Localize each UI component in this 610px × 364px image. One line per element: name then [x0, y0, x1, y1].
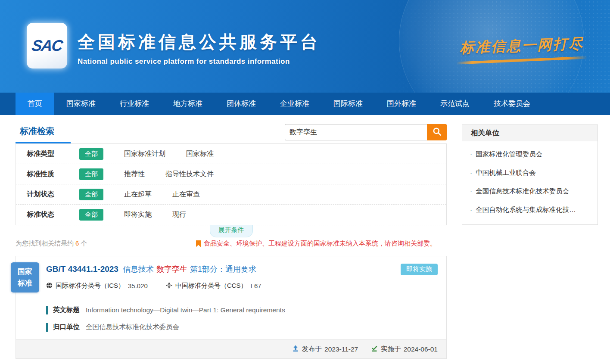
- content: 标准检索: [0, 115, 610, 359]
- results-meta-row: 为您找到相关结果约6个 食品安全、环境保护、工程建设方面的国家标准未纳入本系统，…: [16, 240, 447, 248]
- expand-conditions-button[interactable]: 展开条件: [210, 225, 253, 237]
- standard-title-part2: 第1部分：通用要求: [190, 265, 256, 274]
- filter-label: 计划状态: [27, 190, 68, 199]
- badge-line1: 国家: [18, 266, 32, 277]
- main-column: 标准检索: [16, 115, 447, 359]
- search-tab-label: 标准检索: [16, 125, 71, 137]
- nav-item-technical-committee[interactable]: 技术委员会: [482, 93, 542, 115]
- slogan-text: 标准信息一网打尽: [456, 34, 588, 58]
- upload-icon: [292, 345, 302, 354]
- tab-standard-search[interactable]: 标准检索: [16, 125, 71, 137]
- standard-result-card: 国家 标准 GB/T 43441.1-2023信息技术数字孪生第1部分：通用要求…: [16, 256, 447, 359]
- ics-classification: 国际标准分类号（ICS） 35.020: [46, 282, 148, 290]
- site-subtitle: National public service platform for sta…: [78, 57, 321, 66]
- implement-label: 实施于: [381, 345, 401, 354]
- teal-bar-decoration: [46, 323, 48, 332]
- filter-row-plan-status: 计划状态 全部 正在起草 正在审查: [16, 184, 446, 205]
- standard-title-link[interactable]: GB/T 43441.1-2023信息技术数字孪生第1部分：通用要求: [46, 264, 256, 275]
- slogan: 标准信息一网打尽: [456, 36, 588, 62]
- nav-item-industry-standards[interactable]: 行业标准: [108, 93, 161, 115]
- filter-all-button[interactable]: 全部: [79, 148, 103, 160]
- related-units-title: 相关单位: [462, 125, 598, 141]
- teal-bar-decoration: [46, 306, 48, 314]
- filter-label: 标准性质: [27, 170, 68, 179]
- filter-option[interactable]: 推荐性: [124, 170, 145, 179]
- classification-row: 国际标准分类号（ICS） 35.020 中国标准分类号（CCS）: [46, 282, 438, 290]
- search-input[interactable]: [285, 124, 427, 140]
- filter-row-standard-nature: 标准性质 全部 推荐性 指导性技术文件: [16, 164, 446, 184]
- sac-logo-text: SAC: [31, 37, 63, 55]
- search-button[interactable]: [427, 124, 447, 140]
- result-count-suffix: 个: [81, 240, 87, 247]
- filter-all-button[interactable]: 全部: [79, 189, 103, 200]
- globe-icon: [46, 282, 56, 290]
- card-title-row: GB/T 43441.1-2023信息技术数字孪生第1部分：通用要求 即将实施: [46, 264, 438, 275]
- compass-icon: [166, 282, 175, 290]
- filter-option[interactable]: 国家标准: [186, 149, 214, 159]
- responsible-unit-row: 归口单位 全国信息技术标准化技术委员会: [46, 323, 438, 332]
- status-badge: 即将实施: [401, 264, 438, 275]
- filter-option[interactable]: 正在审查: [172, 190, 200, 199]
- publish-date: 发布于 2023-11-27: [292, 345, 358, 354]
- filter-label: 标准类型: [27, 149, 68, 159]
- standard-code: GB/T 43441.1-2023: [46, 264, 118, 274]
- filter-label: 标准状态: [27, 210, 68, 219]
- result-count: 为您找到相关结果约6个: [16, 240, 87, 248]
- english-title-row: 英文标题 Information technology—Digital twin…: [46, 305, 438, 314]
- nav-item-group-standards[interactable]: 团体标准: [215, 93, 268, 115]
- main-nav: 首页 国家标准 行业标准 地方标准 团体标准 企业标准 国际标准 国外标准 示范…: [0, 93, 610, 115]
- related-unit-link[interactable]: 全国自动化系统与集成标准化技…: [469, 201, 591, 219]
- ccs-label: 中国标准分类号（CCS）: [175, 282, 247, 290]
- site-title: 全国标准信息公共服务平台: [78, 30, 321, 54]
- nav-item-international-standards[interactable]: 国际标准: [321, 93, 375, 115]
- nav-item-pilot[interactable]: 示范试点: [428, 93, 482, 115]
- filter-row-standard-type: 标准类型 全部 国家标准计划 国家标准: [16, 144, 446, 164]
- related-unit-link[interactable]: 国家标准化管理委员会: [469, 145, 591, 164]
- filter-panel: 标准类型 全部 国家标准计划 国家标准 标准性质 全部 推荐性 指导性技术文件 …: [16, 143, 447, 225]
- english-title-label: 英文标题: [53, 305, 80, 314]
- filter-option[interactable]: 国家标准计划: [124, 149, 165, 159]
- related-units-list: 国家标准化管理委员会 中国机械工业联合会 全国信息技术标准化技术委员会 全国自动…: [462, 141, 598, 224]
- english-title-value: Information technology—Digital twin—Part…: [86, 306, 285, 314]
- nav-item-national-standards[interactable]: 国家标准: [54, 93, 108, 115]
- filter-option[interactable]: 指导性技术文件: [165, 170, 214, 179]
- result-count-prefix: 为您找到相关结果约: [16, 240, 74, 247]
- site-titles: 全国标准信息公共服务平台 National public service pla…: [78, 30, 321, 66]
- card-footer: 发布于 2023-11-27 实施于 2024-06-01: [16, 339, 446, 358]
- search-tab-underline-decoration: [16, 142, 71, 143]
- standard-title-part1: 信息技术: [123, 265, 154, 274]
- responsible-unit-label: 归口单位: [53, 323, 80, 332]
- nav-item-home[interactable]: 首页: [16, 93, 54, 115]
- sac-logo[interactable]: SAC: [27, 23, 67, 68]
- standard-title-highlight: 数字孪生: [156, 265, 187, 274]
- ccs-value: L67: [251, 282, 261, 289]
- filter-option[interactable]: 现行: [172, 210, 186, 219]
- system-notice: 食品安全、环境保护、工程建设方面的国家标准未纳入本系统，请咨询相关部委。: [196, 240, 436, 248]
- publish-date-value: 2023-11-27: [324, 345, 358, 353]
- implement-date-value: 2024-06-01: [404, 345, 438, 353]
- implement-date: 实施于 2024-06-01: [371, 345, 438, 354]
- related-unit-link[interactable]: 全国信息技术标准化技术委员会: [469, 182, 591, 201]
- notice-text: 食品安全、环境保护、工程建设方面的国家标准未纳入本系统，请咨询相关部委。: [204, 240, 436, 248]
- search-group: [285, 124, 447, 140]
- related-unit-link[interactable]: 中国机械工业联合会: [469, 164, 591, 182]
- bookmark-icon: [196, 240, 201, 247]
- search-row: 标准检索: [16, 115, 447, 143]
- national-standard-badge: 国家 标准: [11, 262, 39, 292]
- ccs-classification: 中国标准分类号（CCS） L67: [166, 282, 261, 290]
- publish-label: 发布于: [302, 345, 322, 354]
- nav-item-foreign-standards[interactable]: 国外标准: [375, 93, 428, 115]
- filter-option[interactable]: 正在起草: [124, 190, 152, 199]
- check-icon: [371, 345, 381, 354]
- filter-all-button[interactable]: 全部: [79, 168, 103, 180]
- filter-option[interactable]: 即将实施: [124, 210, 152, 219]
- card-body: GB/T 43441.1-2023信息技术数字孪生第1部分：通用要求 即将实施: [16, 256, 446, 332]
- related-units-box: 相关单位 国家标准化管理委员会 中国机械工业联合会 全国信息技术标准化技术委员会…: [462, 124, 598, 225]
- site-header: SAC 全国标准信息公共服务平台 National public service…: [0, 0, 610, 93]
- filter-row-standard-status: 标准状态 全部 即将实施 现行: [16, 205, 446, 225]
- nav-item-enterprise-standards[interactable]: 企业标准: [268, 93, 321, 115]
- page: SAC 全国标准信息公共服务平台 National public service…: [0, 0, 610, 364]
- nav-item-local-standards[interactable]: 地方标准: [161, 93, 215, 115]
- result-count-number: 6: [74, 240, 81, 247]
- filter-all-button[interactable]: 全部: [79, 209, 103, 221]
